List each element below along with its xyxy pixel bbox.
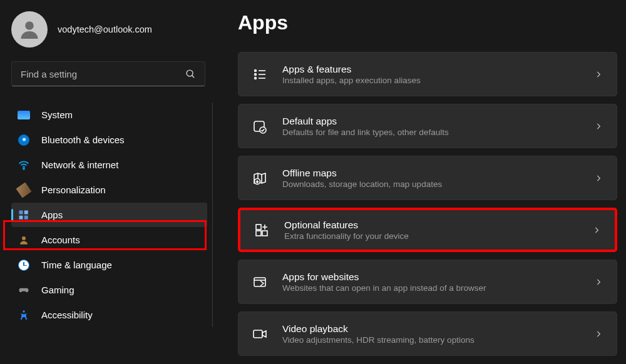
- clock-icon: [18, 259, 30, 271]
- wifi-icon: [18, 159, 30, 171]
- card-subtitle: Websites that can open in an app instead…: [282, 283, 594, 293]
- sidebar-item-gaming[interactable]: Gaming: [11, 278, 207, 302]
- svg-point-0: [25, 21, 34, 30]
- card-title: Offline maps: [282, 168, 594, 179]
- search-icon: [185, 69, 196, 79]
- svg-rect-6: [19, 215, 23, 219]
- sidebar-item-label: Network & internet: [41, 159, 118, 170]
- search-input[interactable]: [21, 69, 185, 79]
- card-apps-for-websites[interactable]: Apps for websites Websites that can open…: [238, 260, 617, 304]
- svg-point-12: [255, 73, 257, 75]
- gamepad-icon: [18, 284, 30, 296]
- svg-point-3: [23, 168, 24, 169]
- user-account-block[interactable]: vodytech@outlook.com: [11, 11, 213, 48]
- chevron-right-icon: [594, 70, 603, 79]
- card-apps-features[interactable]: Apps & features Installed apps, app exec…: [238, 52, 617, 96]
- sidebar-item-label: Gaming: [41, 285, 74, 295]
- sidebar-item-label: System: [41, 109, 73, 120]
- sidebar-item-system[interactable]: System: [11, 103, 207, 127]
- svg-point-9: [23, 310, 24, 312]
- card-default-apps[interactable]: Default apps Defaults for file and link …: [238, 104, 617, 148]
- svg-line-2: [192, 75, 195, 78]
- sidebar-item-label: Accounts: [41, 235, 80, 245]
- sidebar-item-time-language[interactable]: Time & language: [11, 253, 207, 277]
- card-video-playback[interactable]: Video playback Video adjustments, HDR st…: [238, 311, 617, 356]
- svg-rect-21: [262, 231, 267, 236]
- search-box[interactable]: [11, 61, 205, 86]
- accessibility-icon: [18, 309, 30, 321]
- svg-rect-5: [24, 210, 28, 214]
- main-content: Apps Apps & features Installed apps, app…: [213, 0, 626, 364]
- svg-rect-24: [254, 330, 262, 338]
- svg-point-1: [187, 70, 193, 76]
- video-icon: [252, 326, 267, 341]
- sidebar-item-label: Time & language: [41, 260, 112, 270]
- card-subtitle: Video adjustments, HDR streaming, batter…: [282, 335, 594, 345]
- card-subtitle: Defaults for file and link types, other …: [282, 128, 594, 137]
- sidebar-item-network[interactable]: Network & internet: [11, 153, 207, 177]
- map-icon: [252, 171, 267, 186]
- svg-rect-22: [254, 278, 265, 286]
- list-icon: [252, 67, 267, 82]
- default-apps-icon: [252, 119, 267, 134]
- card-title: Default apps: [282, 116, 594, 127]
- svg-rect-19: [256, 225, 261, 230]
- card-optional-features[interactable]: Optional features Extra functionality fo…: [238, 208, 617, 252]
- user-email: vodytech@outlook.com: [58, 24, 152, 34]
- sidebar-item-personalization[interactable]: Personalization: [11, 178, 207, 202]
- sidebar-item-label: Apps: [41, 210, 63, 220]
- sidebar-item-label: Bluetooth & devices: [41, 134, 125, 145]
- svg-point-10: [255, 69, 257, 71]
- monitor-icon: [18, 109, 30, 121]
- sidebar-nav: System ⁕ Bluetooth & devices Network & i…: [11, 103, 213, 327]
- sidebar-item-label: Accessibility: [41, 310, 93, 320]
- chevron-right-icon: [594, 174, 603, 183]
- card-title: Video playback: [282, 323, 594, 335]
- sidebar: vodytech@outlook.com System ⁕ Bluetooth …: [0, 0, 213, 364]
- avatar: [11, 11, 48, 48]
- optional-features-icon: [254, 223, 269, 238]
- sidebar-item-accounts[interactable]: Accounts: [11, 228, 207, 252]
- sidebar-item-apps[interactable]: Apps: [11, 203, 207, 227]
- card-offline-maps[interactable]: Offline maps Downloads, storage location…: [238, 156, 617, 200]
- svg-rect-7: [24, 215, 28, 219]
- card-subtitle: Downloads, storage location, map updates: [282, 179, 594, 189]
- chevron-right-icon: [594, 278, 603, 286]
- card-title: Apps & features: [282, 64, 594, 75]
- websites-icon: [252, 275, 267, 290]
- bluetooth-icon: ⁕: [18, 134, 30, 146]
- person-icon: [18, 234, 30, 246]
- chevron-right-icon: [594, 122, 603, 131]
- card-subtitle: Extra functionality for your device: [284, 231, 592, 241]
- chevron-right-icon: [594, 330, 603, 338]
- svg-rect-4: [19, 210, 23, 214]
- paintbrush-icon: [18, 184, 30, 196]
- chevron-right-icon: [592, 226, 601, 235]
- card-subtitle: Installed apps, app execution aliases: [282, 76, 594, 85]
- page-title: Apps: [238, 11, 617, 34]
- card-title: Apps for websites: [282, 271, 594, 283]
- sidebar-item-accessibility[interactable]: Accessibility: [11, 303, 207, 327]
- sidebar-item-label: Personalization: [41, 185, 106, 195]
- sidebar-item-bluetooth[interactable]: ⁕ Bluetooth & devices: [11, 128, 207, 152]
- card-title: Optional features: [284, 220, 592, 231]
- svg-point-14: [255, 77, 257, 79]
- apps-icon: [18, 209, 30, 221]
- svg-point-8: [22, 236, 26, 240]
- svg-rect-20: [256, 231, 261, 236]
